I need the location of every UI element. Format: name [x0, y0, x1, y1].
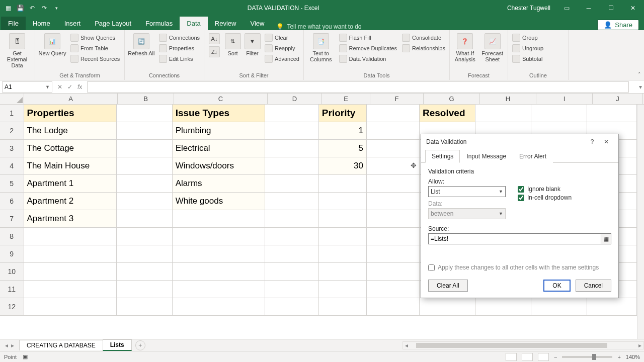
undo-icon[interactable]: ↶ — [28, 4, 36, 12]
in-cell-dropdown-checkbox[interactable] — [518, 195, 524, 201]
row-header[interactable]: 7 — [0, 210, 24, 228]
fx-icon[interactable]: fx — [77, 83, 82, 90]
cell[interactable] — [587, 298, 637, 316]
flash-fill-button[interactable]: Flash Fill — [338, 33, 398, 42]
row-header[interactable]: 9 — [0, 245, 24, 263]
add-sheet-icon[interactable]: + — [135, 340, 145, 350]
cell[interactable] — [367, 193, 420, 210]
cell[interactable]: White goods — [173, 193, 265, 210]
cell[interactable] — [319, 175, 367, 193]
cell[interactable]: Alarms — [173, 175, 265, 193]
cell[interactable]: Priority — [319, 105, 367, 122]
cell[interactable] — [319, 210, 367, 228]
tab-insert[interactable]: Insert — [57, 17, 88, 30]
from-table-button[interactable]: From Table — [69, 44, 121, 53]
clear-button[interactable]: Clear — [264, 33, 300, 42]
cell[interactable] — [117, 175, 173, 193]
close-dialog-icon[interactable]: ✕ — [599, 138, 613, 145]
horizontal-scrollbar[interactable]: ◂ ▸ — [403, 341, 644, 349]
recent-sources-button[interactable]: Recent Sources — [69, 54, 121, 63]
sheet-nav-first-icon[interactable]: ◂ — [5, 342, 8, 349]
col-header[interactable]: A — [24, 94, 118, 104]
filter-button[interactable]: ▼Filter — [244, 31, 261, 56]
cell[interactable] — [117, 122, 173, 140]
tab-error-alert[interactable]: Error Alert — [513, 150, 553, 163]
cell[interactable] — [117, 281, 173, 298]
new-query-button[interactable]: 📊New Query — [38, 31, 66, 56]
cell[interactable] — [367, 122, 420, 140]
cell[interactable] — [319, 298, 367, 316]
get-external-data-button[interactable]: 🗄Get External Data — [3, 31, 31, 68]
cell[interactable]: Apartment 1 — [24, 175, 117, 193]
cell[interactable]: The Main House — [24, 157, 117, 175]
forecast-sheet-button[interactable]: 📈Forecast Sheet — [480, 31, 505, 62]
cell[interactable] — [265, 193, 319, 210]
help-icon[interactable]: ? — [585, 138, 599, 145]
tab-review[interactable]: Review — [208, 17, 244, 30]
col-header[interactable]: D — [268, 94, 322, 104]
enter-formula-icon[interactable]: ✓ — [67, 83, 72, 90]
cell[interactable] — [367, 245, 420, 263]
sheet-nav-last-icon[interactable]: ▸ — [11, 342, 14, 349]
row-header[interactable]: 10 — [0, 263, 24, 281]
cell[interactable]: The Lodge — [24, 122, 117, 140]
col-header[interactable]: F — [370, 94, 424, 104]
cell[interactable] — [117, 263, 173, 281]
cell[interactable] — [24, 245, 117, 263]
cell[interactable] — [265, 140, 319, 157]
redo-icon[interactable]: ↷ — [40, 4, 48, 12]
zoom-level[interactable]: 140% — [626, 354, 640, 360]
cell[interactable] — [265, 263, 319, 281]
col-header[interactable]: H — [480, 94, 536, 104]
cell[interactable] — [475, 298, 531, 316]
cell[interactable]: Windows/doors — [173, 157, 265, 175]
cell[interactable] — [319, 281, 367, 298]
col-header[interactable]: I — [536, 94, 593, 104]
cell[interactable] — [367, 210, 420, 228]
properties-button[interactable]: Properties — [158, 44, 201, 53]
cell[interactable] — [117, 140, 173, 157]
cell[interactable] — [24, 298, 117, 316]
qat-customize-icon[interactable]: ▾ — [52, 4, 60, 12]
cell[interactable]: Resolved — [420, 105, 475, 122]
row-header[interactable]: 12 — [0, 298, 24, 316]
cell[interactable] — [367, 140, 420, 157]
cell[interactable] — [24, 281, 117, 298]
row-header[interactable]: 1 — [0, 105, 24, 122]
row-header[interactable]: 2 — [0, 122, 24, 140]
cell[interactable] — [24, 263, 117, 281]
cell[interactable] — [265, 105, 319, 122]
cell[interactable] — [265, 175, 319, 193]
cell[interactable] — [367, 298, 420, 316]
sheet-tab[interactable]: CREATING A DATABASE — [19, 340, 103, 350]
name-box-input[interactable] — [5, 83, 40, 90]
vertical-scrollbar[interactable] — [637, 105, 644, 339]
close-icon[interactable]: ✕ — [622, 0, 644, 16]
row-header[interactable]: 6 — [0, 193, 24, 210]
sort-az-button[interactable]: A↓Z↓ — [207, 31, 221, 57]
page-break-view-icon[interactable] — [538, 353, 549, 361]
cell[interactable]: Properties — [24, 105, 117, 122]
tab-data[interactable]: Data — [180, 17, 207, 30]
cell[interactable]: 30 — [319, 157, 367, 175]
cell[interactable] — [117, 193, 173, 210]
minimize-icon[interactable]: ─ — [578, 0, 600, 16]
save-icon[interactable]: 💾 — [16, 4, 24, 12]
allow-select[interactable]: List▼ — [428, 186, 506, 197]
name-box[interactable]: ▼ — [2, 81, 52, 93]
ok-button[interactable]: OK — [543, 280, 570, 292]
cell[interactable]: Apartment 2 — [24, 193, 117, 210]
cell[interactable] — [265, 157, 319, 175]
user-name[interactable]: Chester Tugwell — [502, 5, 555, 12]
cell[interactable] — [265, 281, 319, 298]
col-header[interactable]: C — [174, 94, 268, 104]
collapse-ribbon-icon[interactable]: ˄ — [638, 71, 641, 78]
chevron-down-icon[interactable]: ▼ — [45, 84, 50, 89]
zoom-out-icon[interactable]: − — [554, 354, 557, 360]
cell[interactable]: Issue Types — [173, 105, 265, 122]
cell[interactable] — [265, 122, 319, 140]
row-header[interactable]: 3 — [0, 140, 24, 157]
cell[interactable] — [265, 245, 319, 263]
refresh-all-button[interactable]: 🔄Refresh All — [128, 31, 155, 56]
cell[interactable] — [173, 281, 265, 298]
